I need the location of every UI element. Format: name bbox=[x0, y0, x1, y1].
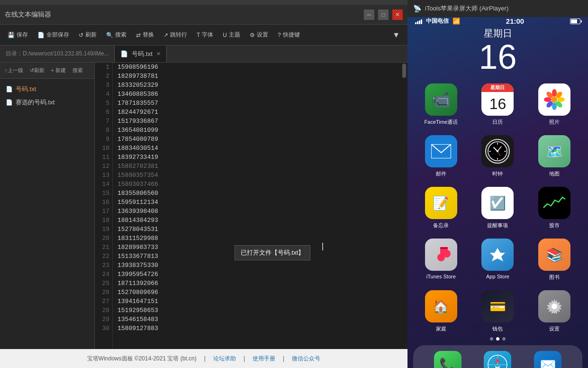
scrollbar-thumb[interactable] bbox=[402, 64, 406, 78]
clock-icon bbox=[481, 135, 514, 167]
dock-item-mail2[interactable]: ✉️ bbox=[534, 351, 561, 368]
app-item-settings[interactable]: 设置 bbox=[528, 290, 580, 332]
save-button[interactable]: 💾 保存 bbox=[4, 29, 32, 41]
close-button[interactable]: ✕ bbox=[392, 9, 403, 20]
theme-button[interactable]: U 主题 bbox=[219, 29, 244, 41]
search-icon: 🔍 bbox=[106, 32, 113, 38]
app-grid: 📹 FaceTime通话 星期日 16 日历 bbox=[407, 83, 588, 332]
replace-button[interactable]: ⇄ 替换 bbox=[132, 29, 158, 41]
app-item-photos[interactable]: 照片 bbox=[528, 83, 580, 126]
footer-manual-link[interactable]: 使用手册 bbox=[253, 355, 275, 363]
notes-label: 备忘录 bbox=[433, 222, 449, 229]
save-all-icon: 📄 bbox=[37, 32, 45, 38]
airplayer-icon: 📡 bbox=[413, 5, 421, 12]
tree-up-button[interactable]: ↑上一级 bbox=[3, 66, 25, 75]
code-line: 18332052329 bbox=[118, 81, 396, 90]
maps-label: 地图 bbox=[549, 170, 560, 177]
signal-bars bbox=[415, 18, 422, 24]
code-area[interactable]: 1 2 3 4 5 6 7 8 9 10 11 12 13 14 15 16 1 bbox=[95, 63, 407, 354]
signal-bar-4 bbox=[421, 19, 422, 24]
phone-panel: 📡 iTools苹果录屏大师 (AirPlayer) 中国电信 📶 21:00 bbox=[407, 0, 588, 368]
wallet-label: 钱包 bbox=[492, 325, 503, 332]
iphone-status-bar: 中国电信 📶 21:00 bbox=[407, 17, 588, 25]
app-item-wallet[interactable]: 💳 钱包 bbox=[472, 290, 524, 332]
code-line: 15882782381 bbox=[118, 162, 396, 171]
code-line: 15809127883 bbox=[118, 324, 396, 333]
dock-item-phone[interactable]: 📞 bbox=[434, 351, 461, 368]
footer-wechat-link[interactable]: 微信公众号 bbox=[292, 355, 320, 363]
code-line: 13995954726 bbox=[118, 270, 396, 279]
refresh-button[interactable]: ↺ 刷新 bbox=[75, 29, 100, 41]
stocks-label: 股市 bbox=[549, 222, 560, 229]
footer-forum-link[interactable]: 论坛求助 bbox=[213, 355, 236, 363]
battery-area bbox=[570, 18, 580, 24]
settings-button[interactable]: ⚙ 设置 bbox=[246, 29, 272, 41]
carrier-area: 中国电信 📶 bbox=[415, 17, 460, 25]
tab-filename: 号码.txt bbox=[132, 50, 152, 58]
app-item-itunes[interactable]: iTunes Store bbox=[415, 239, 467, 281]
jump-button[interactable]: ↗ 跳转行 bbox=[160, 29, 191, 41]
file-item-haoma[interactable]: 📄 号码.txt bbox=[0, 83, 94, 96]
app-item-books[interactable]: 📚 图书 bbox=[528, 239, 580, 281]
svg-rect-23 bbox=[440, 247, 448, 249]
wallet-icon: 💳 bbox=[481, 290, 514, 322]
code-line: 17871835557 bbox=[118, 99, 396, 108]
font-icon: T bbox=[197, 32, 200, 38]
app-item-notes[interactable]: 📝 备忘录 bbox=[415, 187, 467, 229]
battery-indicator bbox=[570, 18, 580, 24]
tree-new-button[interactable]: + 新建 bbox=[49, 66, 68, 75]
scrollbar[interactable] bbox=[401, 63, 407, 354]
tree-refresh-button[interactable]: ↺刷新 bbox=[28, 66, 46, 75]
tab-bar: 目录：D:/wwwroot/103.232.85.149/iMe... 📄 号码… bbox=[0, 46, 407, 63]
app-item-appstore[interactable]: App Store bbox=[472, 239, 524, 281]
svg-point-0 bbox=[552, 97, 557, 102]
minimize-button[interactable]: ─ bbox=[364, 9, 374, 20]
app-item-facetime[interactable]: 📹 FaceTime通话 bbox=[415, 83, 467, 126]
photos-label: 照片 bbox=[549, 119, 560, 126]
app-item-clock[interactable]: 时钟 bbox=[472, 135, 524, 177]
app-item-reminders[interactable]: ☑️ 提醒事项 bbox=[472, 187, 524, 229]
app-item-home[interactable]: 🏠 家庭 bbox=[415, 290, 467, 332]
stocks-icon bbox=[538, 187, 570, 219]
code-line: 15803037466 bbox=[118, 180, 396, 189]
font-button[interactable]: T 字体 bbox=[193, 29, 217, 41]
code-line: 13546158483 bbox=[118, 315, 396, 324]
tab-close-button[interactable]: ✕ bbox=[156, 51, 161, 57]
carrier-name: 中国电信 bbox=[426, 17, 449, 25]
shortcuts-button[interactable]: ? 快捷键 bbox=[274, 29, 304, 41]
maximize-button[interactable]: □ bbox=[378, 9, 389, 20]
code-line: 13639398408 bbox=[118, 207, 396, 216]
app-item-calendar[interactable]: 星期日 16 日历 bbox=[472, 83, 524, 126]
file-icon: 📄 bbox=[120, 50, 128, 57]
code-line: 18711392066 bbox=[118, 279, 396, 288]
code-line: 15192958653 bbox=[118, 306, 396, 315]
wifi-icon: 📶 bbox=[452, 18, 460, 25]
iphone-dock: 📞 ✉️ bbox=[413, 345, 582, 368]
text-cursor bbox=[322, 243, 323, 250]
facetime-label: FaceTime通话 bbox=[425, 119, 458, 126]
code-line: 18289983733 bbox=[118, 243, 396, 252]
code-line: 18311529988 bbox=[118, 234, 396, 243]
code-line: 18834030514 bbox=[118, 144, 396, 153]
active-tab[interactable]: 📄 号码.txt ✕ bbox=[115, 46, 166, 62]
tree-search-button[interactable]: 搜索 bbox=[71, 66, 85, 75]
maps-icon: 🗺️ bbox=[538, 135, 570, 167]
breadcrumb: 目录：D:/wwwroot/103.232.85.149/iMe... bbox=[0, 46, 115, 62]
notes-icon: 📝 bbox=[425, 187, 457, 219]
app-item-maps[interactable]: 🗺️ 地图 bbox=[528, 135, 580, 177]
safari-dock-icon bbox=[484, 351, 511, 368]
toolbar-dropdown-button[interactable]: ▼ bbox=[389, 29, 404, 41]
editor-panel: 在线文本编辑器 ─ □ ✕ 💾 保存 📄 全部保存 ↺ 刷新 🔍 搜索 ⇄ 替换 bbox=[0, 0, 407, 368]
app-item-mail[interactable]: 邮件 bbox=[415, 135, 467, 177]
dock-item-safari[interactable] bbox=[484, 351, 511, 368]
file-item-selected[interactable]: 📄 赛选的号码.txt bbox=[0, 96, 94, 109]
code-line: 15278043531 bbox=[118, 225, 396, 234]
app-item-stocks[interactable]: 股市 bbox=[528, 187, 580, 229]
search-button[interactable]: 🔍 搜索 bbox=[102, 29, 130, 41]
reminders-icon: ☑️ bbox=[481, 187, 514, 219]
jump-icon: ↗ bbox=[163, 32, 168, 38]
save-all-button[interactable]: 📄 全部保存 bbox=[34, 29, 73, 41]
code-line: 17854080789 bbox=[118, 135, 396, 144]
code-lines: 15908596196 18289738781 18332052329 1346… bbox=[113, 63, 401, 354]
theme-icon: U bbox=[223, 32, 227, 38]
